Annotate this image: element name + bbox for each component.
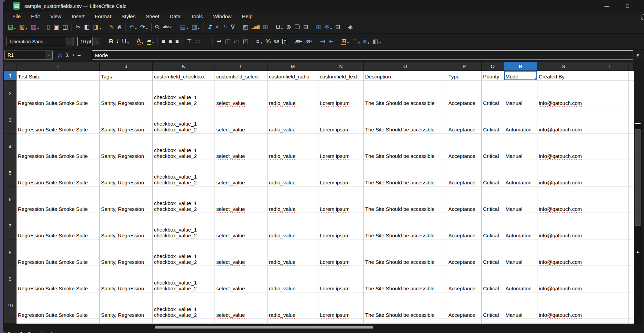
menu-help[interactable]: Help bbox=[237, 13, 257, 20]
currency-format-button[interactable]: ¤▾ bbox=[255, 37, 263, 46]
special-character-button[interactable]: Ω▾ bbox=[274, 23, 284, 32]
cell-N3[interactable]: Lorem ipsum bbox=[318, 107, 364, 133]
cell-L1[interactable]: customfield_select bbox=[215, 71, 268, 80]
cell-L9[interactable]: select_value bbox=[215, 266, 268, 292]
cell-N-partial[interactable] bbox=[318, 319, 364, 324]
row-header-5[interactable]: 5 bbox=[4, 160, 17, 186]
row-header-7[interactable]: 7 bbox=[4, 213, 17, 239]
freeze-cells-button[interactable]: ❄▾ bbox=[323, 23, 333, 32]
center-vertically-button[interactable]: ≍ bbox=[194, 37, 201, 46]
show-draw-functions-button[interactable]: ◈ bbox=[347, 23, 354, 32]
undo-button[interactable]: ↶▾ bbox=[128, 23, 138, 32]
menu-styles[interactable]: Styles bbox=[117, 13, 140, 20]
cell-O3[interactable]: The Site Should be accessible bbox=[364, 107, 447, 133]
row-header-8[interactable]: 8 bbox=[4, 239, 17, 266]
cell-S7[interactable]: info@qatouch.com bbox=[537, 213, 590, 239]
border-style-dropdown-icon[interactable]: ▾ bbox=[358, 41, 360, 45]
insert-column-dropdown-icon[interactable]: ▾ bbox=[198, 26, 200, 31]
cell-R8[interactable]: Manual bbox=[504, 239, 537, 266]
cell-O4[interactable]: The Site Should be accessible bbox=[364, 133, 447, 160]
border-color-button[interactable]: ■▾ bbox=[362, 37, 371, 46]
font-name-combobox[interactable]: Liberation Sans ⌄ bbox=[7, 37, 74, 46]
menu-file[interactable]: File bbox=[8, 13, 25, 20]
cell-Q-partial[interactable] bbox=[482, 319, 504, 324]
insert-comment-button[interactable]: ❏ bbox=[293, 23, 301, 32]
toolbar-overflow-icon[interactable] bbox=[641, 14, 644, 20]
cell-Q9[interactable]: Critical bbox=[482, 266, 504, 292]
column-header-Q[interactable]: Q bbox=[482, 62, 504, 71]
cell-I3[interactable]: Regression Suite,Smoke Suite bbox=[17, 107, 100, 133]
cell-R3[interactable]: Automation bbox=[504, 107, 537, 133]
conditional-formatting-dropdown-icon[interactable]: ▾ bbox=[379, 41, 381, 45]
column-header-M[interactable]: M bbox=[268, 62, 318, 71]
cell-O9[interactable]: The Site Should be accessible bbox=[364, 266, 447, 292]
cell-N10[interactable]: Lorem ipsum bbox=[318, 292, 364, 319]
cell-Q4[interactable]: Critical bbox=[482, 133, 504, 160]
cell-N4[interactable]: Lorem ipsum bbox=[318, 133, 364, 160]
column-header-O[interactable]: O bbox=[364, 62, 447, 71]
cell-S5[interactable]: info@qatouch.com bbox=[537, 160, 590, 186]
cell-J5[interactable]: Sanity, Regression bbox=[100, 160, 153, 186]
align-left-button[interactable]: ≡ bbox=[160, 37, 166, 46]
menu-data[interactable]: Data bbox=[165, 13, 185, 20]
cell-I7[interactable]: Regression Suite,Smoke Suite bbox=[17, 213, 100, 239]
cell-N9[interactable]: Lorem ipsum bbox=[318, 266, 364, 292]
column-header-P[interactable]: P bbox=[447, 62, 482, 71]
cell-S8[interactable]: info@qatouch.com bbox=[537, 239, 590, 266]
cell-M10[interactable]: radio_value bbox=[268, 292, 318, 319]
cell-O1[interactable]: Description bbox=[364, 71, 447, 80]
cell-J9[interactable]: Sanity, Regression bbox=[100, 266, 153, 292]
export-pdf-button[interactable]: ▯ bbox=[45, 23, 51, 32]
cell-P4[interactable]: Acceptance bbox=[447, 133, 482, 160]
column-header-K[interactable]: K bbox=[153, 62, 215, 71]
cell-R4[interactable]: Manual bbox=[504, 133, 537, 160]
vertical-scrollbar[interactable] bbox=[634, 122, 642, 333]
increase-indent-button[interactable]: ⇥ bbox=[319, 37, 326, 46]
print-button[interactable]: ▣ bbox=[52, 23, 60, 32]
cell-L8[interactable]: select_value bbox=[215, 239, 268, 266]
cell-M7[interactable]: radio_value bbox=[268, 213, 318, 239]
delete-decimal-button[interactable]: .00× bbox=[304, 37, 314, 46]
row-header-6[interactable]: 6 bbox=[4, 186, 17, 213]
column-header-T[interactable]: T bbox=[590, 62, 629, 71]
cell-Q1[interactable]: Priority bbox=[482, 71, 504, 80]
cell-S10[interactable]: info@qatouch.com bbox=[537, 292, 590, 319]
cell-K6[interactable]: checkbox_value_1checkbox_value_2 bbox=[153, 186, 215, 213]
cell-Q2[interactable]: Critical bbox=[482, 80, 504, 107]
vertical-scrollbar-thumb[interactable] bbox=[635, 129, 641, 226]
cell-S3[interactable]: info@qatouch.com bbox=[537, 107, 590, 133]
cell-K-partial[interactable] bbox=[153, 319, 215, 324]
new-document-dropdown-icon[interactable]: ▾ bbox=[14, 26, 16, 31]
cell-R10[interactable]: Manual bbox=[504, 292, 537, 319]
sheet-tab-bar[interactable]: ⇤ ◀ ▶ ⇥ ＋ ▬▬▬ bbox=[3, 330, 644, 333]
menu-tools[interactable]: Tools bbox=[186, 13, 207, 20]
cell-I1[interactable]: Test Suite bbox=[17, 71, 100, 80]
cell-N7[interactable]: Lorem ipsum bbox=[318, 213, 364, 239]
cell-M6[interactable]: radio_value bbox=[268, 186, 318, 213]
menu-edit[interactable]: Edit bbox=[26, 13, 44, 20]
border-style-button[interactable]: ≣▾ bbox=[351, 37, 361, 46]
cell-R7[interactable]: Automation bbox=[504, 213, 537, 239]
font-color-button[interactable]: A▾ bbox=[135, 37, 145, 46]
split-window-button[interactable]: ⊟ bbox=[334, 23, 341, 32]
equals-icon[interactable]: = bbox=[77, 52, 81, 58]
cell-T9[interactable] bbox=[590, 266, 629, 292]
print-preview-button[interactable]: ◫ bbox=[61, 23, 69, 32]
cell-S-partial[interactable] bbox=[537, 319, 590, 324]
cell-R9[interactable]: Automation bbox=[504, 266, 537, 292]
cell-P6[interactable]: Acceptance bbox=[447, 186, 482, 213]
insert-row-dropdown-icon[interactable]: ▾ bbox=[186, 26, 188, 31]
column-header-L[interactable]: L bbox=[215, 62, 268, 71]
insert-hyperlink-button[interactable]: ⊚ bbox=[285, 23, 292, 32]
freeze-rows-columns-button[interactable]: ⊞ bbox=[315, 23, 322, 32]
cell-T7[interactable] bbox=[590, 213, 629, 239]
cell-Q6[interactable]: Critical bbox=[482, 186, 504, 213]
row-header-10[interactable]: 10 bbox=[4, 292, 17, 319]
cell-J4[interactable]: Sanity, Regression bbox=[100, 133, 153, 160]
save-button[interactable]: ▥▾ bbox=[29, 23, 40, 32]
cell-N8[interactable]: Lorem ipsum bbox=[318, 239, 364, 266]
autofilter-button[interactable]: ∇ bbox=[229, 23, 236, 32]
cell-I5[interactable]: Regression Suite,Smoke Suite bbox=[17, 160, 100, 186]
cell-J8[interactable]: Sanity, Regression bbox=[100, 239, 153, 266]
cell-O-partial[interactable] bbox=[364, 319, 447, 324]
